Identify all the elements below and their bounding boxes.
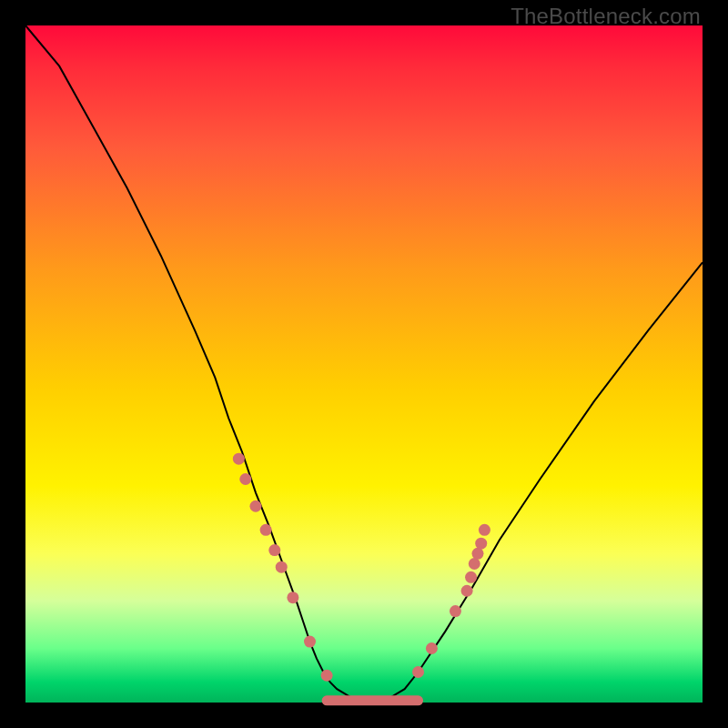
marker-dot xyxy=(249,500,261,512)
chart-svg xyxy=(25,25,703,703)
marker-dot xyxy=(276,561,288,573)
marker-dot xyxy=(475,538,487,550)
marker-dot xyxy=(304,636,316,648)
marker-dot xyxy=(239,473,251,485)
chart-frame: TheBottleneck.com xyxy=(0,0,728,728)
marker-dot xyxy=(465,571,477,583)
marker-dot xyxy=(469,558,480,570)
marker-dot xyxy=(412,666,424,678)
marker-dot xyxy=(321,670,333,682)
marker-dot xyxy=(450,605,461,617)
plot-area xyxy=(25,25,703,703)
marker-dot xyxy=(461,585,473,597)
marker-dot xyxy=(471,548,483,560)
marker-dot xyxy=(268,544,280,556)
marker-dot xyxy=(287,592,298,603)
marker-dot xyxy=(260,524,272,536)
marker-dot xyxy=(233,453,245,465)
bottleneck-curve xyxy=(25,25,703,701)
marker-dot xyxy=(479,524,490,536)
marker-dot xyxy=(426,642,438,654)
